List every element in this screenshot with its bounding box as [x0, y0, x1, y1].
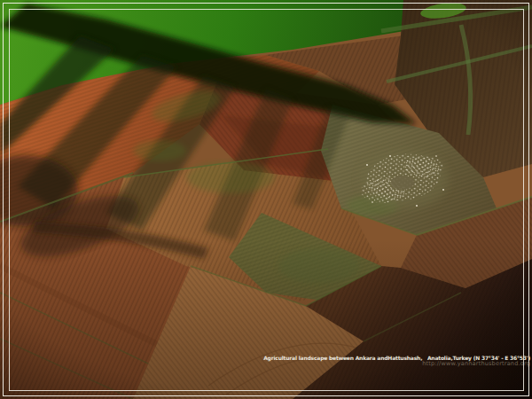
aerial-photo-anatolia	[0, 0, 532, 399]
caption-url: http://www.yannarthusbertrand.org	[263, 361, 530, 367]
photo-caption: Agricultural landscape between Ankara an…	[263, 355, 530, 367]
bottom-shading	[0, 239, 532, 399]
wallpaper-photo: Agricultural landscape between Ankara an…	[0, 0, 532, 399]
